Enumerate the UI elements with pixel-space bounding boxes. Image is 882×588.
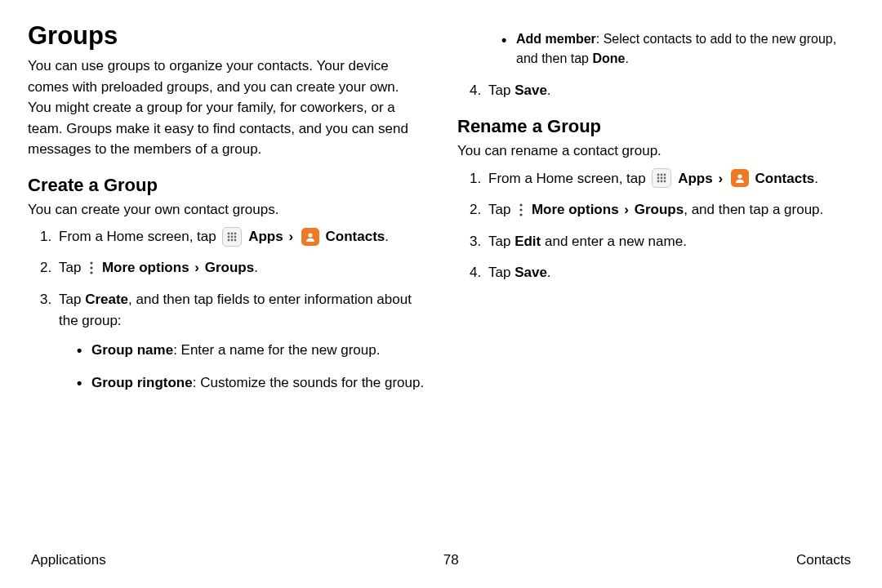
text: Tap	[488, 202, 514, 217]
svg-point-3	[228, 235, 230, 238]
svg-point-12	[91, 271, 93, 274]
svg-point-14	[661, 174, 663, 176]
svg-point-9	[308, 233, 312, 237]
svg-point-7	[231, 238, 234, 241]
contacts-label: Contacts	[326, 229, 385, 244]
text: Tap	[488, 265, 514, 280]
text: .	[625, 51, 628, 65]
text: .	[814, 171, 818, 186]
apps-icon	[652, 168, 671, 188]
svg-point-1	[231, 232, 234, 234]
rename-steps-list: From a Home screen, tap Apps › Contacts.…	[457, 168, 854, 283]
bullet-group-name: Group name: Enter a name for the new gro…	[77, 340, 425, 361]
page-title: Groups	[28, 21, 425, 51]
page-footer: Applications 78 Contacts	[28, 552, 854, 568]
svg-point-20	[661, 180, 663, 183]
svg-point-19	[657, 180, 660, 183]
contacts-icon	[731, 169, 749, 187]
intro-paragraph: You can use groups to organize your cont…	[28, 56, 425, 160]
create-step-2: Tap More options › Groups.	[56, 257, 425, 278]
footer-right: Contacts	[796, 552, 851, 568]
two-columns: Groups You can use groups to organize yo…	[28, 21, 854, 404]
svg-point-11	[91, 266, 93, 269]
bullet-label: Group name	[91, 342, 173, 358]
svg-point-24	[520, 208, 523, 211]
apps-icon	[222, 227, 242, 247]
text: Tap	[59, 260, 85, 275]
create-step-1: From a Home screen, tap Apps › Contacts.	[56, 226, 425, 247]
svg-point-6	[228, 238, 230, 241]
text: From a Home screen, tap	[488, 171, 649, 186]
save-label: Save	[514, 265, 547, 280]
chevron-right-icon: ›	[193, 257, 201, 278]
svg-point-23	[520, 203, 523, 206]
text: Tap	[488, 234, 514, 249]
create-steps-list: From a Home screen, tap Apps › Contacts.…	[28, 226, 425, 393]
create-sub-bullets-cont: Add member: Select contacts to add to th…	[457, 29, 854, 69]
svg-point-17	[661, 177, 663, 180]
groups-label: Groups	[635, 202, 684, 217]
apps-label: Apps	[248, 229, 283, 244]
svg-point-8	[234, 238, 237, 241]
footer-page-number: 78	[443, 552, 459, 568]
svg-point-0	[228, 232, 230, 234]
more-options-label: More options	[102, 260, 189, 275]
text: .	[254, 260, 258, 275]
rename-step-2: Tap More options › Groups, and then tap …	[485, 199, 854, 220]
create-group-heading: Create a Group	[28, 175, 425, 196]
footer-left: Applications	[31, 552, 106, 568]
save-label: Save	[514, 82, 547, 98]
more-options-label: More options	[532, 202, 619, 217]
svg-point-15	[664, 174, 666, 176]
create-step-3: Tap Create, and then tap fields to enter…	[56, 289, 425, 394]
bullet-add-member: Add member: Select contacts to add to th…	[501, 29, 854, 69]
bullet-label: Group ringtone	[91, 375, 193, 390]
rename-step-4: Tap Save.	[485, 262, 854, 283]
rename-step-1: From a Home screen, tap Apps › Contacts.	[485, 168, 854, 189]
chevron-right-icon: ›	[287, 226, 295, 247]
groups-label: Groups	[205, 260, 254, 275]
text: : Customize the sounds for the group.	[193, 375, 425, 390]
svg-point-10	[91, 261, 93, 264]
svg-point-16	[657, 177, 660, 180]
bullet-label: Add member	[516, 32, 596, 46]
rename-group-lead: You can rename a contact group.	[457, 140, 854, 162]
svg-point-25	[520, 213, 523, 216]
create-label: Create	[85, 292, 128, 307]
svg-point-18	[664, 177, 666, 180]
svg-point-13	[657, 174, 660, 176]
svg-point-21	[664, 180, 666, 183]
edit-label: Edit	[514, 234, 541, 249]
manual-page: Groups You can use groups to organize yo…	[0, 0, 882, 588]
chevron-right-icon: ›	[716, 168, 724, 189]
text: , and then tap a group.	[684, 202, 823, 217]
svg-point-4	[231, 235, 234, 238]
rename-group-heading: Rename a Group	[457, 116, 854, 137]
text: and enter a new name.	[541, 234, 687, 249]
create-steps-cont: Tap Save.	[457, 80, 854, 101]
create-step-4: Tap Save.	[485, 80, 854, 101]
contacts-label: Contacts	[755, 171, 815, 186]
text: .	[547, 265, 551, 280]
text: Tap	[488, 82, 514, 98]
svg-point-2	[234, 232, 237, 234]
text: From a Home screen, tap	[59, 229, 220, 244]
text: .	[385, 229, 389, 244]
done-label: Done	[592, 51, 625, 65]
left-column: Groups You can use groups to organize yo…	[28, 21, 425, 404]
text: : Enter a name for the new group.	[173, 342, 380, 358]
create-group-lead: You can create your own contact groups.	[28, 199, 425, 220]
right-column: Add member: Select contacts to add to th…	[457, 21, 854, 404]
create-sub-bullets: Group name: Enter a name for the new gro…	[59, 340, 425, 393]
apps-label: Apps	[678, 171, 713, 186]
text: Tap	[59, 292, 85, 307]
more-options-icon	[517, 202, 525, 218]
svg-point-5	[234, 235, 237, 238]
bullet-group-ringtone: Group ringtone: Customize the sounds for…	[77, 372, 425, 394]
contacts-icon	[301, 228, 319, 246]
rename-step-3: Tap Edit and enter a new name.	[485, 231, 854, 252]
svg-point-22	[737, 175, 742, 179]
text: .	[547, 82, 551, 98]
more-options-icon	[87, 260, 96, 276]
chevron-right-icon: ›	[622, 199, 630, 220]
